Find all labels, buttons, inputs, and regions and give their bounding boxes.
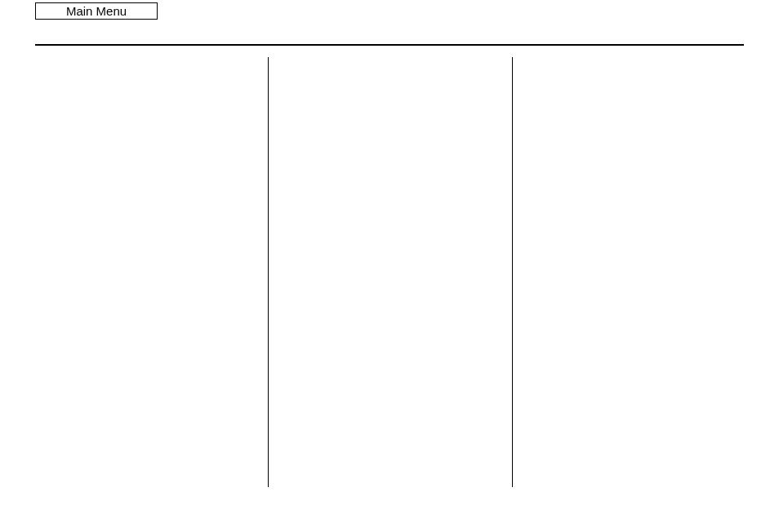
content-columns — [35, 57, 744, 487]
column-1 — [35, 57, 264, 487]
page-header: Main Menu — [35, 2, 744, 20]
header-divider — [35, 44, 744, 46]
main-menu-button[interactable]: Main Menu — [35, 2, 158, 20]
column-divider-1 — [268, 57, 269, 487]
column-3 — [517, 57, 744, 487]
column-divider-2 — [512, 57, 513, 487]
column-2 — [272, 57, 509, 487]
